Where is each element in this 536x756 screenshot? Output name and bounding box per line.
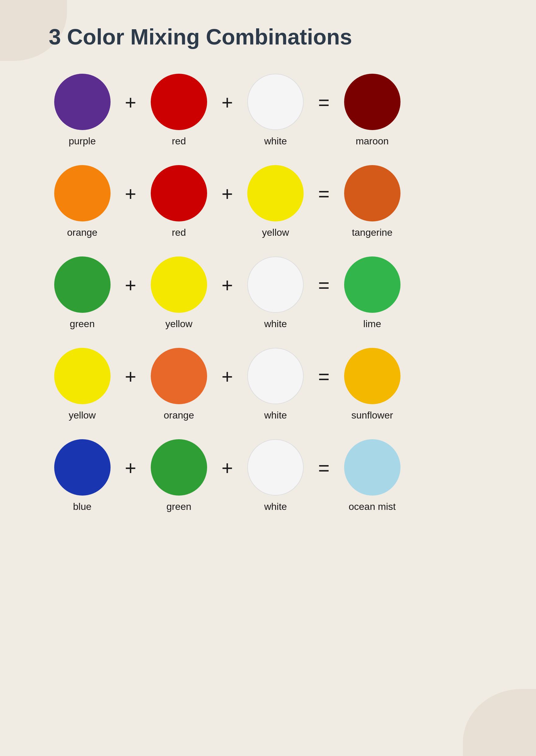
row4-result-circle: [344, 348, 400, 404]
row1-plus1-operator: +: [125, 91, 136, 114]
row2-color1-item: orange: [49, 165, 116, 238]
combination-row-5: blue+green+white=ocean mist: [49, 439, 487, 512]
combination-row-1: purple+red+white=maroon: [49, 74, 487, 147]
row1-color3-circle: [247, 74, 304, 130]
row4-color1-item: yellow: [49, 348, 116, 421]
row1-color2-circle: [151, 74, 207, 130]
row3-plus2-operator: +: [221, 274, 233, 297]
row1-color3-label: white: [264, 136, 287, 147]
row2-color2-label: red: [172, 227, 186, 238]
row5-color3-label: white: [264, 501, 287, 512]
combinations-list: purple+red+white=maroonorange+red+yellow…: [49, 74, 487, 512]
row2-color1-label: orange: [67, 227, 97, 238]
row1-color1-item: purple: [49, 74, 116, 147]
combination-row-4: yellow+orange+white=sunflower: [49, 348, 487, 421]
row4-color2-item: orange: [145, 348, 212, 421]
row4-plus2-operator: +: [221, 365, 233, 388]
row4-color3-item: white: [242, 348, 309, 421]
combination-row-3: green+yellow+white=lime: [49, 257, 487, 329]
row2-result-item: tangerine: [339, 165, 406, 238]
background-blob-bottom-right: [463, 689, 536, 756]
row5-color1-label: blue: [73, 501, 92, 512]
row1-color2-label: red: [172, 136, 186, 147]
row2-result-circle: [344, 165, 400, 222]
row1-result-label: maroon: [356, 136, 389, 147]
row5-color2-label: green: [166, 501, 191, 512]
row5-color2-circle: [151, 439, 207, 496]
row3-color1-label: green: [70, 318, 95, 329]
row3-plus1-operator: +: [125, 274, 136, 297]
row3-color2-label: yellow: [165, 318, 192, 329]
row3-color3-item: white: [242, 257, 309, 329]
row4-result-item: sunflower: [339, 348, 406, 421]
row2-color3-circle: [247, 165, 304, 222]
row1-result-item: maroon: [339, 74, 406, 147]
row3-color1-item: green: [49, 257, 116, 329]
row5-color3-item: white: [242, 439, 309, 512]
row5-color1-circle: [54, 439, 111, 496]
row4-color1-label: yellow: [69, 410, 96, 421]
combination-row-2: orange+red+yellow=tangerine: [49, 165, 487, 238]
row5-plus2-operator: +: [221, 457, 233, 479]
page-title: 3 Color Mixing Combinations: [49, 24, 487, 49]
row5-result-label: ocean mist: [349, 501, 396, 512]
row3-result-item: lime: [339, 257, 406, 329]
row2-equals-operator: =: [318, 183, 329, 205]
main-content: 3 Color Mixing Combinations purple+red+w…: [0, 0, 536, 543]
row4-color2-circle: [151, 348, 207, 404]
row2-color2-item: red: [145, 165, 212, 238]
row3-equals-operator: =: [318, 274, 329, 297]
row3-color2-circle: [151, 257, 207, 313]
row1-result-circle: [344, 74, 400, 130]
row2-plus1-operator: +: [125, 183, 136, 205]
row4-color3-circle: [247, 348, 304, 404]
row5-equals-operator: =: [318, 457, 329, 479]
row2-result-label: tangerine: [352, 227, 392, 238]
row4-equals-operator: =: [318, 365, 329, 388]
row3-color1-circle: [54, 257, 111, 313]
row3-result-circle: [344, 257, 400, 313]
row2-plus2-operator: +: [221, 183, 233, 205]
row2-color1-circle: [54, 165, 111, 222]
row3-color2-item: yellow: [145, 257, 212, 329]
row4-plus1-operator: +: [125, 365, 136, 388]
row5-color3-circle: [247, 439, 304, 496]
row2-color3-label: yellow: [262, 227, 289, 238]
row4-color3-label: white: [264, 410, 287, 421]
row3-result-label: lime: [363, 318, 381, 329]
row1-plus2-operator: +: [221, 91, 233, 114]
row5-result-circle: [344, 439, 400, 496]
row5-plus1-operator: +: [125, 457, 136, 479]
row4-result-label: sunflower: [352, 410, 393, 421]
row1-color1-circle: [54, 74, 111, 130]
row4-color1-circle: [54, 348, 111, 404]
row3-color3-label: white: [264, 318, 287, 329]
row4-color2-label: orange: [164, 410, 194, 421]
row1-color1-label: purple: [69, 136, 96, 147]
row1-color2-item: red: [145, 74, 212, 147]
row2-color3-item: yellow: [242, 165, 309, 238]
row2-color2-circle: [151, 165, 207, 222]
row5-color2-item: green: [145, 439, 212, 512]
row1-equals-operator: =: [318, 91, 329, 114]
row5-color1-item: blue: [49, 439, 116, 512]
row5-result-item: ocean mist: [339, 439, 406, 512]
row3-color3-circle: [247, 257, 304, 313]
row1-color3-item: white: [242, 74, 309, 147]
